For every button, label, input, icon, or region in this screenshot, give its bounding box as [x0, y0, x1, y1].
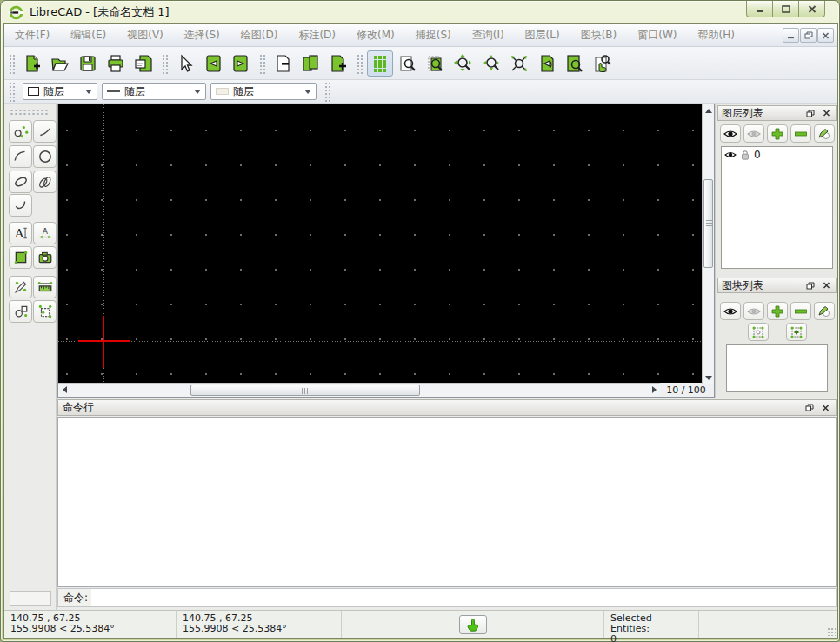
toolbar-drag-handle[interactable] — [10, 109, 50, 115]
command-titlebar[interactable]: 命令行 — [57, 399, 837, 416]
hide-all-blocks-button[interactable] — [743, 302, 764, 320]
menu-draw[interactable]: 绘图(D) — [241, 28, 278, 43]
zoom-in-button[interactable] — [423, 50, 449, 77]
menu-help[interactable]: 帮助(H) — [698, 28, 735, 43]
drawing-canvas[interactable] — [58, 104, 702, 383]
edit-layer-button[interactable] — [814, 124, 835, 143]
grid-toggle-button[interactable] — [367, 50, 393, 77]
command-float-button[interactable] — [803, 402, 816, 413]
maximize-button[interactable] — [772, 1, 799, 17]
mdi-restore-button[interactable] — [800, 28, 817, 43]
cut-button[interactable] — [270, 50, 296, 77]
minimize-button[interactable] — [746, 1, 773, 17]
menu-window[interactable]: 窗口(W) — [637, 28, 677, 43]
points-tool-button[interactable] — [9, 120, 32, 143]
layer-list-float-button[interactable] — [804, 108, 817, 119]
hatch-tool-button[interactable] — [9, 246, 32, 269]
zoom-redraw-button[interactable] — [478, 50, 504, 77]
toolbar-drag-handle[interactable] — [161, 53, 168, 74]
show-all-blocks-button[interactable] — [720, 302, 741, 320]
arc-tool-button[interactable] — [9, 145, 32, 168]
copy-button[interactable] — [297, 50, 323, 77]
color-combobox[interactable]: 随层 — [23, 83, 97, 100]
menu-layer[interactable]: 图层(L) — [525, 28, 560, 43]
horizontal-scroll-thumb[interactable] — [190, 385, 420, 396]
paste-button[interactable] — [325, 50, 351, 77]
menu-info[interactable]: 查询(I) — [472, 28, 504, 43]
image-tool-button[interactable] — [33, 246, 57, 269]
command-input[interactable] — [91, 589, 836, 606]
mdi-close-button[interactable] — [817, 28, 834, 43]
menu-snap[interactable]: 捕捉(S) — [416, 28, 451, 43]
block-list-close-button[interactable] — [820, 280, 832, 291]
mdi-minimize-button[interactable] — [783, 28, 799, 43]
menu-view[interactable]: 视图(V) — [127, 28, 163, 43]
open-file-button[interactable] — [47, 50, 73, 77]
menu-edit[interactable]: 编辑(E) — [70, 28, 106, 43]
add-block-button[interactable] — [767, 302, 788, 320]
scroll-right-button[interactable] — [648, 384, 660, 396]
close-button[interactable] — [798, 1, 825, 17]
menu-dimension[interactable]: 标注(D) — [298, 28, 336, 43]
toolbar-drag-handle[interactable] — [8, 81, 15, 102]
scroll-left-button[interactable] — [58, 384, 70, 396]
command-close-button[interactable] — [819, 402, 831, 413]
add-layer-button[interactable] — [767, 124, 788, 143]
line-width-combobox[interactable]: 随层 — [102, 83, 206, 100]
text-tool-button[interactable]: A — [9, 222, 32, 244]
resize-grip[interactable] — [827, 627, 836, 636]
print-button[interactable] — [103, 50, 129, 77]
menu-block[interactable]: 图块(B) — [581, 28, 617, 43]
snap-hand-button[interactable] — [459, 615, 487, 634]
circle-tool-button[interactable] — [33, 145, 57, 168]
line-tool-button[interactable] — [33, 120, 57, 143]
zoom-auto-button[interactable] — [450, 50, 477, 77]
remove-layer-button[interactable] — [790, 124, 811, 143]
polyline-tool-button[interactable] — [9, 194, 32, 217]
layer-row[interactable]: 0 — [722, 147, 832, 163]
toolbar-drag-handle[interactable] — [323, 81, 330, 102]
view-previous-button[interactable] — [534, 50, 560, 77]
menu-file[interactable]: 文件(F) — [15, 28, 50, 43]
zoom-window-button[interactable] — [506, 50, 532, 77]
line-type-combobox[interactable]: 随层 — [210, 83, 317, 100]
layer-list[interactable]: 0 — [721, 146, 833, 269]
undo-button[interactable] — [200, 50, 226, 77]
select-pointer-button[interactable] — [172, 50, 198, 77]
horizontal-scrollbar[interactable] — [58, 383, 660, 397]
show-all-layers-button[interactable] — [720, 124, 741, 143]
edit-block-attributes-button[interactable] — [814, 302, 835, 320]
layer-lock-icon[interactable] — [739, 150, 751, 160]
toolbar-drag-handle[interactable] — [8, 53, 15, 74]
block-list-titlebar[interactable]: 图块列表 — [717, 278, 837, 293]
vertical-scroll-thumb[interactable] — [703, 179, 713, 268]
vertical-scrollbar[interactable] — [702, 104, 714, 384]
measure-tool-button[interactable] — [33, 276, 57, 298]
scroll-up-button[interactable] — [703, 104, 715, 117]
save-button[interactable] — [75, 50, 101, 77]
remove-block-button[interactable] — [790, 302, 811, 320]
dimension-tool-button[interactable]: A — [33, 222, 57, 244]
zoom-pan-button[interactable] — [590, 50, 616, 77]
block-tool-button[interactable] — [9, 300, 32, 323]
insert-block-button[interactable] — [786, 323, 807, 341]
toolbar-drag-handle[interactable] — [356, 53, 363, 74]
explode-tool-button[interactable] — [33, 300, 57, 323]
new-file-button[interactable] — [19, 50, 45, 77]
menu-select[interactable]: 选择(S) — [184, 28, 220, 43]
print-preview-button[interactable] — [130, 50, 157, 77]
redo-button[interactable] — [228, 50, 254, 77]
ellipse-tool-button[interactable] — [9, 171, 32, 193]
edit-block-button[interactable] — [748, 323, 769, 341]
zoom-out-button[interactable] — [395, 50, 421, 77]
zoom-page-button[interactable] — [562, 50, 588, 77]
block-list-float-button[interactable] — [804, 280, 817, 291]
modify-tool-button[interactable] — [9, 276, 32, 298]
spline-tool-button[interactable] — [33, 171, 57, 193]
command-history[interactable] — [57, 417, 837, 587]
layer-list-titlebar[interactable]: 图层列表 — [717, 105, 837, 121]
hide-all-layers-button[interactable] — [743, 124, 764, 143]
layer-list-close-button[interactable] — [820, 108, 832, 119]
toolbar-drag-handle[interactable] — [258, 53, 265, 74]
block-list[interactable] — [726, 344, 828, 392]
